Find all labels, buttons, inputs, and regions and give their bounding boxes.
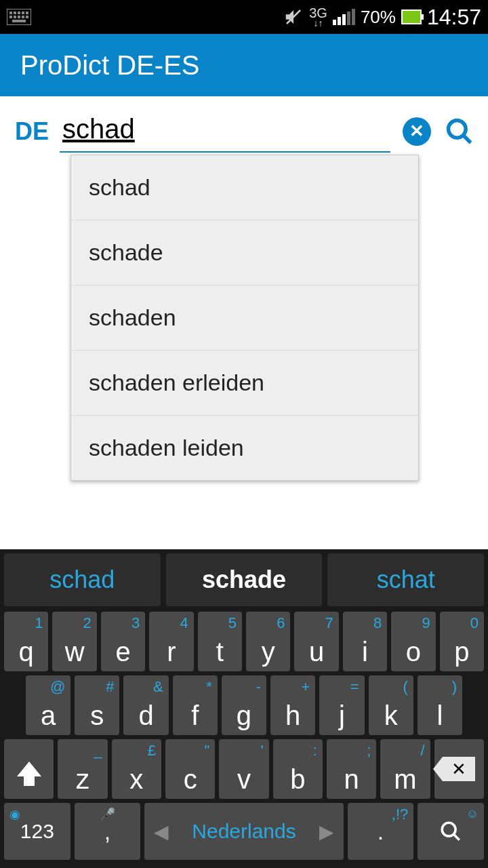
key-r[interactable]: 4r: [149, 612, 193, 671]
prediction-left[interactable]: schad: [4, 553, 161, 606]
key-x[interactable]: £x: [112, 739, 161, 799]
key-y[interactable]: 6y: [246, 612, 290, 671]
chevron-left-icon: ◀: [154, 821, 169, 843]
key-k[interactable]: (k: [369, 675, 413, 735]
symbols-key[interactable]: ◉ 123: [4, 803, 70, 860]
key-q[interactable]: 1q: [4, 612, 48, 671]
period-key[interactable]: ,!? .: [348, 803, 414, 860]
network-type: 3G↓↑: [309, 7, 327, 28]
suggestion-item[interactable]: schaden erleiden: [71, 351, 418, 416]
svg-rect-3: [18, 12, 20, 14]
key-i[interactable]: 8i: [343, 612, 387, 671]
svg-rect-4: [22, 12, 24, 14]
chevron-right-icon: ▶: [319, 821, 334, 843]
key-o[interactable]: 9o: [391, 612, 435, 671]
key-g[interactable]: -g: [222, 675, 266, 735]
svg-point-13: [449, 120, 466, 138]
close-icon: ✕: [409, 121, 424, 142]
key-u[interactable]: 7u: [294, 612, 338, 671]
key-w[interactable]: 2w: [52, 612, 96, 671]
svg-line-16: [453, 834, 460, 840]
key-c[interactable]: "c: [165, 739, 215, 799]
svg-rect-11: [12, 20, 26, 22]
search-button[interactable]: [443, 115, 476, 148]
mic-icon: 🎤: [100, 807, 115, 822]
backspace-icon: ✕: [443, 757, 475, 781]
key-row-3: _z £x "c 'v :b ;n /m ✕: [4, 739, 484, 799]
key-row-1: 1q 2w 3e 4r 5t 6y 7u 8i 9o 0p: [4, 612, 484, 671]
search-input[interactable]: [60, 110, 390, 153]
enter-search-key[interactable]: ☺: [418, 803, 484, 860]
battery-percent: 70%: [361, 7, 396, 28]
key-z[interactable]: _z: [58, 739, 107, 799]
suggestion-item[interactable]: schad: [71, 155, 418, 220]
key-f[interactable]: *f: [173, 675, 218, 735]
keyboard-language-label: Nederlands: [192, 820, 296, 843]
search-icon: [445, 117, 474, 146]
keyboard-indicator-icon: [7, 9, 31, 25]
svg-rect-2: [14, 12, 16, 14]
key-e[interactable]: 3e: [101, 612, 145, 671]
svg-rect-9: [22, 16, 24, 18]
key-t[interactable]: 5t: [198, 612, 242, 671]
signal-icon: [333, 9, 355, 25]
key-row-2: @a #s &d *f -g +h =j (k )l: [4, 675, 484, 735]
key-j[interactable]: =j: [319, 675, 364, 735]
suggestion-item[interactable]: schaden: [71, 285, 418, 351]
key-d[interactable]: &d: [123, 675, 168, 735]
prediction-row: schad schade schat: [4, 553, 484, 606]
svg-rect-10: [26, 16, 28, 18]
app-bar: ProDict DE-ES: [0, 34, 488, 96]
svg-rect-8: [18, 16, 20, 18]
key-p[interactable]: 0p: [440, 612, 484, 671]
prediction-center[interactable]: schade: [166, 553, 323, 606]
key-v[interactable]: 'v: [219, 739, 268, 799]
swiftkey-icon: ◉: [9, 807, 20, 822]
key-n[interactable]: ;n: [327, 739, 376, 799]
mute-icon: [283, 7, 304, 27]
keyboard: schad schade schat 1q 2w 3e 4r 5t 6y 7u …: [0, 549, 488, 868]
search-row: DE ✕: [0, 96, 488, 153]
shift-icon: [17, 762, 41, 776]
app-title: ProDict DE-ES: [20, 50, 200, 81]
suggestion-dropdown: schad schade schaden schaden erleiden sc…: [70, 155, 419, 481]
key-row-4: ◉ 123 🎤 , ◀ Nederlands ▶ ,!? . ☺: [4, 803, 484, 860]
key-l[interactable]: )l: [418, 675, 462, 735]
shift-key[interactable]: [4, 739, 54, 799]
backspace-key[interactable]: ✕: [434, 739, 484, 799]
key-h[interactable]: +h: [270, 675, 315, 735]
svg-rect-7: [14, 16, 16, 18]
suggestion-item[interactable]: schaden leiden: [71, 416, 418, 480]
key-b[interactable]: :b: [273, 739, 323, 799]
search-icon: [439, 820, 462, 843]
clock: 14:57: [427, 5, 481, 30]
suggestion-item[interactable]: schade: [71, 220, 418, 285]
clear-button[interactable]: ✕: [403, 117, 431, 146]
status-bar: 3G↓↑ 70% 14:57: [0, 0, 488, 34]
svg-point-15: [442, 823, 455, 836]
battery-icon: [401, 9, 422, 24]
space-key[interactable]: ◀ Nederlands ▶: [144, 803, 343, 860]
svg-rect-6: [9, 16, 12, 18]
key-a[interactable]: @a: [26, 675, 70, 735]
svg-line-14: [464, 135, 471, 142]
emoji-icon: ☺: [466, 807, 479, 821]
key-s[interactable]: #s: [75, 675, 119, 735]
key-m[interactable]: /m: [380, 739, 430, 799]
svg-rect-1: [9, 12, 12, 14]
language-selector[interactable]: DE: [12, 117, 52, 146]
comma-key[interactable]: 🎤 ,: [75, 803, 141, 860]
svg-rect-5: [26, 12, 28, 14]
prediction-right[interactable]: schat: [327, 553, 484, 606]
